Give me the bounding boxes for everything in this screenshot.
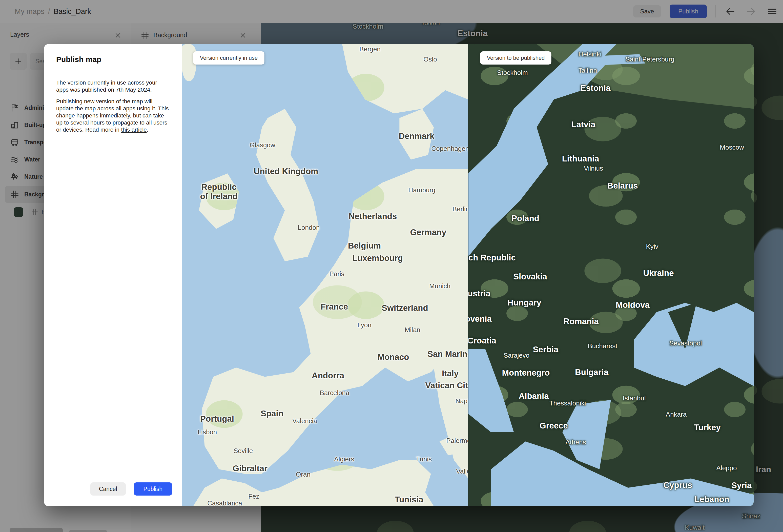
comparison-split-divider	[468, 44, 468, 506]
this-article-link[interactable]: this article	[121, 127, 147, 133]
dialog-paragraph-2: Publishing new version of the map will u…	[56, 98, 170, 133]
dialog-paragraph-1: The version currently in use across your…	[56, 79, 170, 93]
current-version-badge: Version currently in use	[193, 51, 264, 65]
map-current-version[interactable]: BergenOsloGlasgowUnited KingdomRepublic …	[182, 44, 468, 506]
dialog-paragraph-2-period: .	[147, 127, 148, 133]
land-eastern-europe	[468, 44, 754, 506]
dialog-title: Publish map	[56, 55, 101, 64]
dialog-paragraph-2-text: Publishing new version of the map will u…	[56, 98, 169, 133]
dialog-actions: Cancel Publish	[90, 482, 172, 496]
publish-map-modal: BergenOsloGlasgowUnited KingdomRepublic …	[44, 44, 754, 506]
publish-dialog: Publish map The version currently in use…	[44, 44, 182, 506]
map-label: Copenhagen	[432, 145, 468, 152]
new-version-badge: Version to be published	[480, 51, 552, 65]
version-comparison: BergenOsloGlasgowUnited KingdomRepublic …	[182, 44, 754, 506]
cancel-button[interactable]: Cancel	[90, 482, 126, 496]
map-label: Algiers	[334, 456, 354, 463]
publish-button-dialog[interactable]: Publish	[134, 482, 172, 496]
map-new-version[interactable]: HelsinkiSaint PetersburgTallinnStockholm…	[468, 44, 754, 506]
map-editor-window: My maps / Basic_Dark Save Publish Layers	[0, 0, 783, 532]
